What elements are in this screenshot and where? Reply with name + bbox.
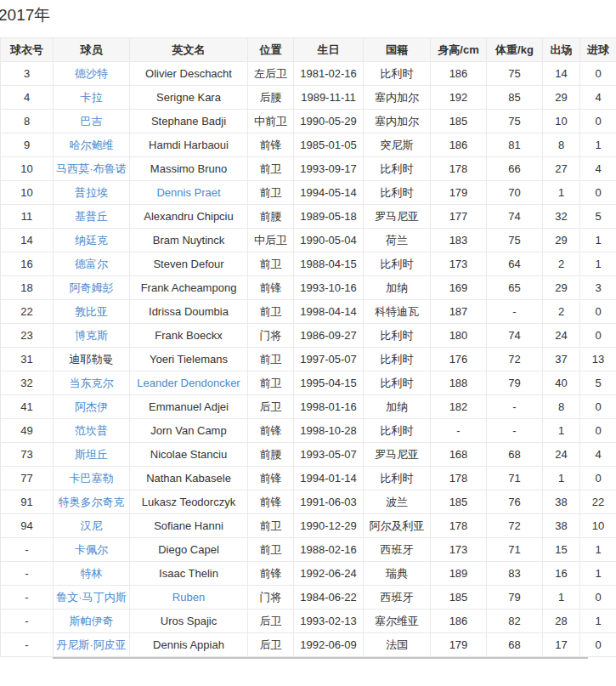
- cell-name_en: Diego Capel: [130, 538, 248, 562]
- cell-nationality: 瑞典: [364, 562, 431, 586]
- cell-name_cn: 阿奇姆彭: [54, 276, 130, 300]
- cell-appearances: 29: [543, 229, 580, 252]
- cell-name_en: Dennis Appiah: [130, 633, 248, 657]
- cell-goals: 0: [580, 467, 616, 490]
- cell-nationality: 比利时: [364, 157, 431, 181]
- cell-birthday: 1997-05-07: [294, 348, 364, 371]
- cell-name_en: Stephane Badji: [130, 110, 248, 133]
- cell-birthday: 1991-06-03: [294, 490, 364, 514]
- cell-position: 后卫: [248, 633, 294, 657]
- cell-nationality: 比利时: [364, 324, 431, 348]
- player-name-link[interactable]: 基普丘: [75, 210, 108, 223]
- player-name-link[interactable]: 卡佩尔: [75, 543, 108, 556]
- cell-appearances: 24: [543, 443, 580, 467]
- cell-appearances: 38: [543, 490, 580, 514]
- cell-appearances: 17: [543, 633, 580, 657]
- player-name-link[interactable]: 范坎普: [75, 424, 108, 437]
- cell-height: 186: [431, 133, 487, 157]
- player-name-link[interactable]: 卡拉: [81, 91, 103, 104]
- player-name-link[interactable]: 阿奇姆彭: [70, 281, 114, 294]
- cell-height: 182: [431, 395, 487, 419]
- player-name-link[interactable]: 巴吉: [81, 115, 103, 128]
- table-row: 18阿奇姆彭Frank Acheampong前锋1993-10-16加纳1696…: [1, 276, 616, 300]
- player-name-link[interactable]: 哈尔鲍维: [70, 139, 114, 151]
- player-name-link[interactable]: 汉尼: [81, 519, 103, 532]
- cell-height: 187: [431, 300, 487, 324]
- cell-number: 16: [1, 252, 54, 276]
- cell-appearances: 1: [543, 181, 580, 205]
- cell-name_cn: 特林: [54, 562, 130, 586]
- player-name-link[interactable]: 纳廷克: [75, 234, 108, 247]
- cell-goals: 0: [580, 62, 616, 86]
- cell-goals: 0: [580, 419, 616, 443]
- cell-name_en: Sofiane Hanni: [130, 514, 248, 538]
- cell-height: 185: [431, 490, 487, 514]
- cell-number: 10: [1, 157, 54, 181]
- player-name-link[interactable]: 博克斯: [75, 329, 108, 342]
- player-name-link[interactable]: 德沙特: [75, 67, 108, 80]
- table-row: 4卡拉Serigne Kara后腰1989-11-11塞内加尔19285294: [1, 86, 616, 110]
- player-name-link[interactable]: 斯坦丘: [75, 448, 108, 461]
- player-name-link[interactable]: 马西莫·布鲁诺: [56, 162, 126, 175]
- player-english-name-link[interactable]: Leander Dendoncker: [137, 377, 240, 389]
- player-english-name-link[interactable]: Ruben: [172, 591, 205, 604]
- player-name-link[interactable]: 普拉埃: [75, 186, 108, 199]
- cell-goals: 1: [580, 229, 616, 252]
- cell-height: 173: [431, 538, 487, 562]
- cell-goals: 4: [580, 86, 616, 110]
- cell-name_cn: 巴吉: [54, 110, 130, 133]
- cell-weight: 79: [487, 586, 543, 609]
- cell-name_en: Steven Defour: [130, 252, 248, 276]
- cell-name_cn: 斯坦丘: [54, 443, 130, 467]
- player-name-link[interactable]: 当东克尔: [70, 377, 114, 389]
- cell-nationality: 科特迪瓦: [364, 300, 431, 324]
- cell-appearances: 28: [543, 609, 580, 633]
- cell-birthday: 1993-10-16: [294, 276, 364, 300]
- cell-nationality: 荷兰: [364, 229, 431, 252]
- player-name-link[interactable]: 特林: [81, 567, 103, 580]
- player-name-link[interactable]: 特奥多尔奇克: [59, 496, 125, 508]
- cell-name_cn: 马西莫·布鲁诺: [54, 157, 130, 181]
- cell-position: 中前卫: [248, 110, 294, 133]
- table-header-row: 球衣号 球员 英文名 位置 生日 国籍 身高/cm 体重/kg 出场 进球: [1, 38, 616, 62]
- player-name-link[interactable]: 鲁文·马丁内斯: [56, 591, 126, 604]
- cell-position: 门将: [248, 586, 294, 609]
- cell-appearances: 29: [543, 86, 580, 110]
- cell-nationality: 加纳: [364, 276, 431, 300]
- cell-weight: 74: [487, 324, 543, 348]
- cell-weight: -: [487, 419, 543, 443]
- cell-goals: 4: [580, 157, 616, 181]
- cell-name_en: Nicolae Stanciu: [130, 443, 248, 467]
- header-height: 身高/cm: [431, 38, 487, 62]
- cell-appearances: 40: [543, 371, 580, 395]
- cell-nationality: 比利时: [364, 467, 431, 490]
- player-english-name-link[interactable]: Dennis Praet: [156, 186, 220, 199]
- cell-appearances: 24: [543, 324, 580, 348]
- cell-weight: 68: [487, 443, 543, 467]
- cell-name_cn: 斯帕伊奇: [54, 609, 130, 633]
- table-row: 9哈尔鲍维Hamdi Harbaoui前锋1985-01-05突尼斯186818…: [1, 133, 616, 157]
- player-name-link[interactable]: 敦比亚: [75, 305, 108, 318]
- header-player: 球员: [54, 38, 130, 62]
- cell-nationality: 比利时: [364, 348, 431, 371]
- player-name-link[interactable]: 卡巴塞勒: [70, 472, 114, 485]
- cell-height: 178: [431, 467, 487, 490]
- player-name-link[interactable]: 德富尔: [75, 258, 108, 270]
- player-name-link[interactable]: 丹尼斯·阿皮亚: [56, 638, 126, 651]
- player-table: 球衣号 球员 英文名 位置 生日 国籍 身高/cm 体重/kg 出场 进球 3德…: [0, 37, 616, 657]
- cell-birthday: 1992-06-09: [294, 633, 364, 657]
- table-row: -丹尼斯·阿皮亚Dennis Appiah后卫1992-06-09法国17968…: [1, 633, 616, 657]
- cell-number: 4: [1, 86, 54, 110]
- cell-nationality: 塞内加尔: [364, 86, 431, 110]
- cell-weight: 76: [487, 490, 543, 514]
- table-row: 73斯坦丘Nicolae Stanciu前腰1993-05-07罗马尼亚1686…: [1, 443, 616, 467]
- player-name-link[interactable]: 阿杰伊: [75, 400, 108, 413]
- cell-height: 179: [431, 181, 487, 205]
- cell-appearances: 8: [543, 133, 580, 157]
- cell-number: 11: [1, 205, 54, 229]
- cell-appearances: 14: [543, 62, 580, 86]
- player-name-link[interactable]: 斯帕伊奇: [70, 615, 114, 627]
- cell-height: 185: [431, 110, 487, 133]
- cell-position: 后卫: [248, 609, 294, 633]
- table-row: 94汉尼Sofiane Hanni前卫1990-12-29阿尔及利亚178723…: [1, 514, 616, 538]
